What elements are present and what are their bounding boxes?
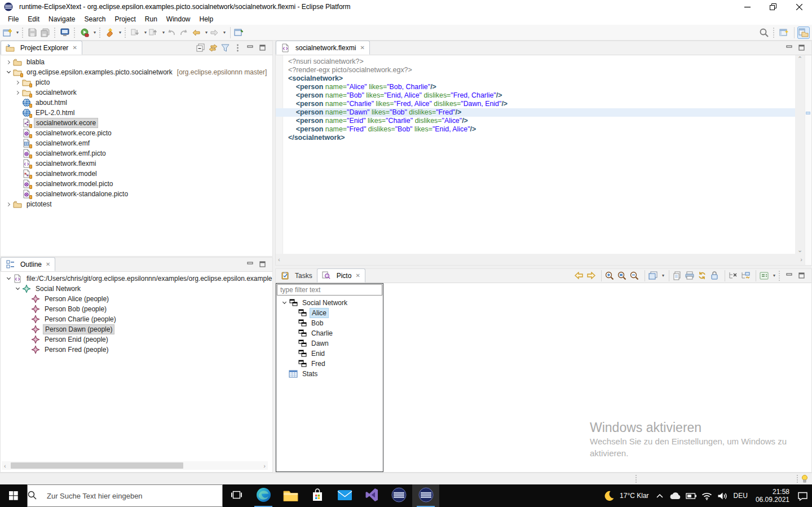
project-item-blabla[interactable]: blabla [1,57,272,67]
maximize-view-button[interactable] [258,42,270,54]
next-annotation-button[interactable] [130,27,143,39]
scroll-right-icon[interactable]: › [800,256,802,263]
project-item-epl-2-0-html[interactable]: EPL-2.0.html [1,108,272,118]
tab-project-explorer[interactable]: Project Explorer ✕ [1,41,82,55]
code-line-6[interactable]: <person name="Charlie" likes="Fred, Alic… [284,100,795,108]
dropdown-arrow-icon[interactable]: ▾ [771,270,777,282]
project-item-pictotest[interactable]: pictotest [1,199,272,209]
project-item-socialnetwork-ecore-picto[interactable]: socialnetwork.ecore.picto [1,128,272,138]
console-button[interactable] [60,27,72,39]
view-menu-button[interactable] [759,270,771,282]
outline-item-person-fred-people[interactable]: Person Fred (people) [1,345,272,355]
taskbar-search-box[interactable] [27,484,223,507]
dropdown-arrow-icon[interactable]: ▾ [660,270,666,282]
dropdown-arrow-icon[interactable]: ▾ [92,27,98,39]
close-editor-icon[interactable]: ✕ [360,45,364,51]
zoom-in-button[interactable] [604,270,617,282]
view-menu-dots-button[interactable] [233,42,245,54]
picto-item-bob[interactable]: Bob [276,318,383,328]
lock-button[interactable] [709,270,722,282]
save-button[interactable] [28,27,40,39]
code-line-5[interactable]: <person name="Bob" likes="Enid, Alice" d… [284,91,795,100]
tab-tasks[interactable]: Tasks [276,268,317,283]
minimize-view-button[interactable] [784,42,797,54]
taskbar-app-task-view[interactable] [223,484,250,507]
link-with-editor-button[interactable] [208,42,220,54]
window-minimize-button[interactable] [734,0,760,14]
close-view-icon[interactable]: ✕ [355,272,360,279]
project-item-socialnetwork-flexmi[interactable]: socialnetwork.flexmi [1,158,272,169]
project-item-socialnetwork-model-picto[interactable]: socialnetwork.model.picto [1,179,272,189]
code-line-2[interactable]: <?render-egx picto/socialnetwork.egx?> [284,66,795,74]
code-line-3[interactable]: <socialnetwork> [284,74,795,83]
menu-item-file[interactable]: File [3,14,23,24]
scroll-down-icon[interactable]: ⌄ [797,246,802,254]
editor-horizontal-scrollbar[interactable]: ‹ › [276,254,805,265]
menu-item-search[interactable]: Search [80,14,110,24]
picto-item-dawn[interactable]: Dawn [276,338,383,349]
zoom-original-button[interactable] [617,270,629,282]
code-editor[interactable]: <?nsuri socialnetwork?><?render-egx pict… [276,55,795,254]
picto-item-social-network[interactable]: Social Network [276,298,383,308]
outline-item-social-network[interactable]: Social Network [1,284,272,294]
weather-moon-icon[interactable] [602,490,616,501]
maximize-view-button[interactable] [797,42,809,54]
start-button[interactable] [0,484,27,507]
expand-expanded-icon[interactable] [13,284,22,293]
scroll-up-icon[interactable]: ⌃ [797,55,802,63]
taskbar-app-visual-studio[interactable] [358,484,385,507]
dropdown-arrow-icon[interactable]: ▾ [143,27,148,39]
new-wizard-button[interactable] [2,27,15,39]
picto-item-alice[interactable]: Alice [276,308,383,318]
close-view-icon[interactable]: ✕ [72,45,77,51]
taskbar-app-eclipse-active[interactable] [412,484,439,507]
window-restore-button[interactable] [760,0,786,14]
tree-sync-button[interactable] [740,270,753,282]
outline-item-person-alice-people[interactable]: Person Alice (people) [1,294,272,304]
expand-expanded-icon[interactable] [280,298,289,307]
taskbar-app-mail[interactable] [331,484,358,507]
dropdown-arrow-icon[interactable]: ▾ [204,27,209,39]
project-item-socialnetwork-ecore[interactable]: socialnetwork.ecore [1,118,272,128]
editor-vertical-scrollbar[interactable]: ⌃ ⌄ [795,55,805,254]
project-item-socialnetwork-standalone-picto[interactable]: socialnetwork-standalone.picto [1,189,272,199]
overview-marker[interactable] [806,112,810,114]
forward-yellow-outline-button[interactable] [586,270,598,282]
tab-picto[interactable]: Picto✕ [317,268,365,283]
menu-item-run[interactable]: Run [140,14,162,24]
taskbar-clock[interactable]: 21:5806.09.2021 [751,488,794,504]
last-edit-forward-button[interactable] [179,27,191,39]
code-line-8[interactable]: <person name="Enid" likes="Charlie" disl… [284,117,795,125]
smart-assist-lightbulb-icon[interactable] [801,474,809,485]
picto-item-enid[interactable]: Enid [276,349,383,359]
dropdown-arrow-icon[interactable]: ▾ [222,27,227,39]
expand-collapsed-icon[interactable] [13,78,22,87]
scrollbar-thumb[interactable] [11,462,183,469]
minimize-view-button[interactable] [245,258,258,271]
open-perspective-button[interactable] [779,27,791,39]
code-line-9[interactable]: <person name="Fred" dislikes="Bob" likes… [284,125,795,134]
filter-button[interactable] [220,42,233,54]
search-button[interactable] [759,27,771,39]
project-item-org-eclipse-epsilon-examples-picto-socia[interactable]: org.eclipse.epsilon.examples.picto.socia… [1,67,272,77]
code-line-7[interactable]: <person name="Dawn" likes="Bob" dislikes… [276,108,795,117]
prev-annotation-button[interactable] [148,27,161,39]
minimize-view-button[interactable] [784,270,797,282]
outline-item-person-bob-people[interactable]: Person Bob (people) [1,304,272,314]
taskbar-app-file-explorer[interactable] [277,484,304,507]
expand-collapsed-icon[interactable] [4,58,13,67]
picto-item-fred[interactable]: Fred [276,359,383,369]
expand-collapsed-icon[interactable] [13,88,22,97]
project-item-socialnetwork-emf-picto[interactable]: socialnetwork.emf.picto [1,148,272,158]
expand-expanded-icon[interactable] [4,68,13,77]
wifi-icon[interactable] [700,492,714,500]
battery-icon[interactable] [684,492,699,500]
picto-item-charlie[interactable]: Charlie [276,328,383,338]
volume-icon[interactable] [716,492,730,500]
picto-item-stats[interactable]: Stats [276,369,383,379]
window-close-button[interactable] [786,0,812,14]
outline-item-person-enid-people[interactable]: Person Enid (people) [1,334,272,345]
run-button[interactable] [80,27,92,39]
scroll-left-icon[interactable]: ‹ [278,256,280,263]
forward-gray-button[interactable] [209,27,222,39]
